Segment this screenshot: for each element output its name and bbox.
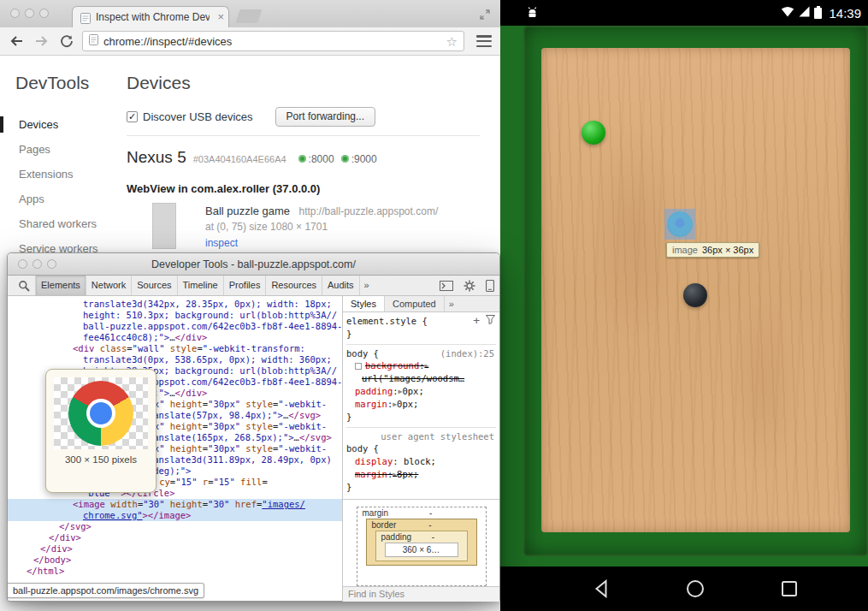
discover-usb-checkbox[interactable]: ✓ [127,111,138,122]
sidebar-item-shared-workers[interactable]: Shared workers [0,211,127,236]
code-line[interactable]: <div class="wall" style="-webkit-transfo… [8,343,342,354]
style-token: } [346,482,351,492]
code-line[interactable]: fee461cc40c8);">…</div> [8,332,342,343]
window-close-button[interactable] [10,9,20,18]
style-row[interactable]: } [346,411,496,424]
device-mode-icon[interactable] [481,276,499,295]
code-line[interactable]: </svg> [8,521,342,532]
port-forwarding-button[interactable]: Port forwarding... [275,107,375,127]
more-panels-chevron[interactable]: » [360,276,374,295]
padding-value: - [429,532,436,542]
nav-back-button[interactable] [592,579,611,598]
style-row[interactable]: } [346,481,496,494]
styles-sidebar: StylesComputed» + element.style {}body {… [343,296,499,602]
sidebar-item-apps[interactable]: Apps [0,187,127,211]
devtools-tab-network[interactable]: Network [86,276,132,295]
console-drawer-icon[interactable] [434,276,458,295]
code-token: </div> [174,332,207,342]
inspect-page: DevTools DevicesPagesExtensionsAppsShare… [0,56,500,261]
back-button-icon[interactable] [9,34,24,48]
port-status-dot [298,155,306,163]
border-value: - [427,520,434,530]
devtools-minimize-button[interactable] [32,259,42,269]
code-line[interactable]: translate3d(0px, 538.65px, 0px); width: … [8,354,342,365]
inspect-sidebar: DevTools DevicesPagesExtensionsAppsShare… [0,56,127,261]
styles-tab-styles[interactable]: Styles [343,296,385,311]
style-row[interactable]: padding:▶0px; [346,385,496,398]
tab-close-icon[interactable]: × [217,10,224,23]
style-token: } [346,412,351,422]
window-zoom-button[interactable] [39,9,49,18]
code-line[interactable]: </div> [8,532,342,543]
code-line[interactable]: <image width="30" height="30" href="imag… [8,499,342,510]
style-row[interactable]: element.style { [346,315,496,328]
code-token: </body> [33,555,71,565]
devtools-tab-timeline[interactable]: Timeline [178,276,224,295]
devtools-tab-resources[interactable]: Resources [266,276,322,295]
devtools-tab-audits[interactable]: Audits [322,276,360,295]
refresh-button-icon[interactable] [60,34,74,48]
usb-debugging-icon [526,6,539,22]
devtools-zoom-button[interactable] [47,259,56,269]
dark-ball[interactable] [683,283,707,307]
code-token: "30px" [208,421,240,431]
window-expand-icon[interactable] [480,8,490,23]
devtools-close-button[interactable] [18,259,27,269]
url-text[interactable]: chrome://inspect/#devices [103,35,446,48]
devtools-tab-profiles[interactable]: Profiles [224,276,267,295]
style-row[interactable]: body { [346,442,496,455]
sidebar-item-pages[interactable]: Pages [0,137,127,162]
rule-source-link[interactable]: user agent stylesheet [381,430,494,443]
style-row[interactable]: url("images/woodsm… [346,372,496,385]
new-tab-button[interactable] [235,9,262,23]
devtools-tab-sources[interactable]: Sources [132,276,177,295]
code-line[interactable]: height: 510.3px; background: url(blob:ht… [8,310,342,321]
nav-recents-button[interactable] [780,579,799,598]
style-row[interactable]: body {(index):25 [346,344,496,359]
sidebar-item-extensions[interactable]: Extensions [0,162,127,187]
webview-title: WebView in com.alex.roller (37.0.0.0) [127,182,480,195]
port-number: :8000 [309,153,334,165]
inspected-image-element[interactable] [664,209,695,240]
browser-tab[interactable]: Inspect with Chrome Deve × [72,6,229,27]
property-checkbox[interactable] [355,363,362,370]
bookmark-star-icon[interactable]: ☆ [446,35,458,48]
code-line[interactable]: </html> [8,566,342,577]
code-line[interactable]: translate3d(342px, 28.35px, 0px); width:… [8,299,342,310]
code-token: href [235,499,257,509]
inspect-link[interactable]: inspect [205,237,438,249]
style-row[interactable]: user agent stylesheet [346,427,496,442]
rule-source-link[interactable]: (index):25 [440,347,494,360]
code-token: <image [73,499,105,509]
devtools-tab-elements[interactable]: Elements [35,276,86,295]
sidebar-item-devices[interactable]: Devices [0,112,127,137]
code-line[interactable]: </div> [8,543,342,555]
android-nav-bar [500,567,868,611]
webview-page-row: Ball puzzle game http://ball-puzzle.apps… [127,203,480,249]
code-line[interactable]: ball-puzzle.appspot.com/642ec0b3-fb8f-4e… [8,321,342,332]
find-in-styles-input[interactable]: Find in Styles [343,586,499,602]
code-token: </svg> [59,521,92,531]
settings-gear-icon[interactable] [458,276,481,295]
style-row[interactable]: } [346,328,496,341]
code-token: style [245,443,273,454]
style-row[interactable]: margin:▶0px; [346,398,496,411]
styles-tabs: StylesComputed» [343,296,499,312]
style-row[interactable]: display: block; [346,455,496,468]
address-bar[interactable]: chrome://inspect/#devices ☆ [82,31,464,51]
styles-tab-computed[interactable]: Computed [385,296,445,311]
forward-button-icon[interactable] [34,34,50,48]
style-row[interactable]: background:▶ [346,359,496,372]
window-minimize-button[interactable] [25,9,34,18]
style-token: margin [355,399,387,409]
nav-home-button[interactable] [686,579,705,598]
style-row[interactable]: margin:▶8px; [346,468,496,481]
inspect-magnifier-icon[interactable] [13,276,35,295]
margin-label: margin [363,508,389,518]
code-line[interactable]: </body> [8,555,342,566]
border-label: border [372,520,397,530]
more-style-tabs-chevron[interactable]: » [445,296,458,311]
green-ball[interactable] [582,121,605,145]
chrome-menu-icon[interactable] [476,35,492,47]
code-line[interactable]: chrome.svg"></image> [8,510,342,521]
